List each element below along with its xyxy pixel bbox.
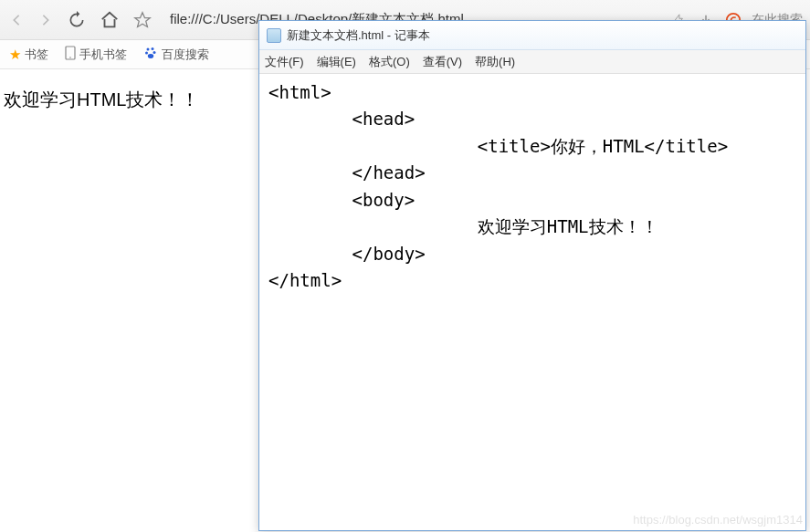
notepad-file-icon [267,28,281,43]
baidu-icon [143,46,158,63]
mobile-icon [65,46,76,63]
svg-point-6 [153,51,156,54]
code-line: <title>你好，HTML</title> [268,136,728,156]
notepad-titlebar[interactable]: 新建文本文档.html - 记事本 [259,21,805,50]
favorite-button[interactable] [131,9,153,31]
home-button[interactable] [99,9,121,31]
code-line: 欢迎学习HTML技术！！ [268,216,658,236]
star-icon: ★ [9,47,21,63]
notepad-window: 新建文本文档.html - 记事本 文件(F) 编辑(E) 格式(O) 查看(V… [258,20,806,531]
page-body-text: 欢迎学习HTML技术！！ [4,89,199,110]
menu-help[interactable]: 帮助(H) [475,54,515,70]
svg-point-2 [69,57,71,58]
forward-button[interactable] [37,11,55,29]
svg-point-3 [147,48,150,51]
code-line: </html> [268,270,342,290]
svg-point-4 [152,47,154,50]
bookmark-item-baidu[interactable]: 百度搜索 [143,46,209,63]
svg-point-5 [145,52,148,55]
menu-view[interactable]: 查看(V) [423,54,462,70]
notepad-title: 新建文本文档.html - 记事本 [287,27,430,44]
bookmark-label: 书签 [25,47,48,63]
notepad-text-area[interactable]: <html> <head> <title>你好，HTML</title> </h… [259,74,805,300]
bookmark-label: 百度搜索 [162,47,209,63]
menu-file[interactable]: 文件(F) [265,54,304,70]
reload-button[interactable] [66,9,88,31]
notepad-menubar: 文件(F) 编辑(E) 格式(O) 查看(V) 帮助(H) [259,50,805,74]
code-line: <body> [268,190,415,210]
watermark: https://blog.csdn.net/wsgjm1314 [633,513,803,527]
code-line: </head> [268,162,426,183]
menu-format[interactable]: 格式(O) [369,54,410,70]
bookmark-item-main[interactable]: ★ 书签 [9,47,48,63]
code-line: </body> [268,244,426,264]
menu-edit[interactable]: 编辑(E) [317,54,356,70]
back-button[interactable] [7,11,26,29]
code-line: <head> [268,109,415,129]
bookmark-item-mobile[interactable]: 手机书签 [65,46,127,63]
bookmark-label: 手机书签 [79,47,127,63]
code-line: <html> [268,82,331,102]
